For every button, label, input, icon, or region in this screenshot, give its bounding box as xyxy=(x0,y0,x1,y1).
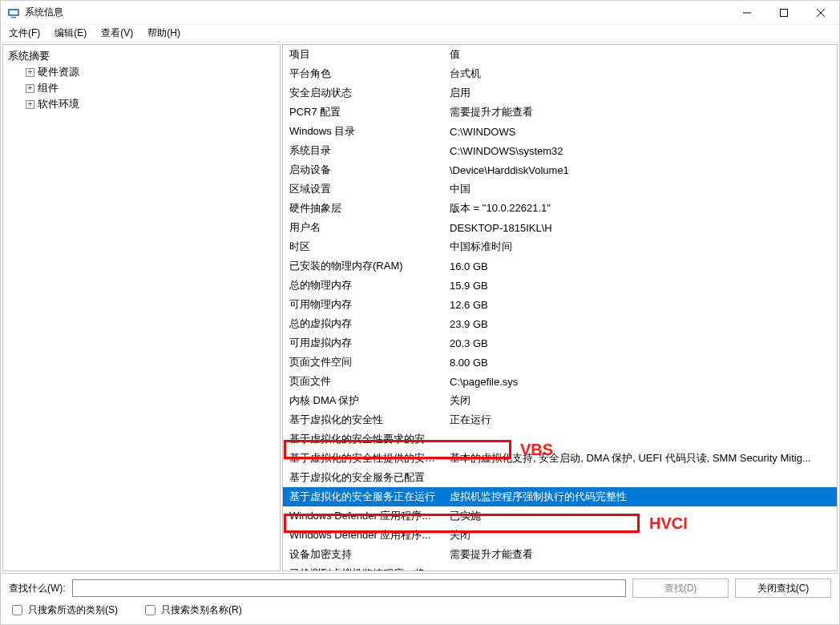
row-value: 8.00 GB xyxy=(443,353,837,372)
table-row[interactable]: 系统目录C:\WINDOWS\system32 xyxy=(283,141,837,160)
menubar: 文件(F) 编辑(E) 查看(V) 帮助(H) xyxy=(1,25,839,42)
tree-item[interactable]: +组件 xyxy=(8,80,275,96)
row-value: 16.0 GB xyxy=(443,256,837,276)
row-name: 用户名 xyxy=(283,218,443,237)
table-row[interactable]: 启动设备\Device\HarddiskVolume1 xyxy=(283,160,837,179)
checkbox-only-selected[interactable]: 只搜索所选的类别(S) xyxy=(9,603,118,618)
tree-root-item[interactable]: 系统摘要 xyxy=(8,48,275,64)
table-row[interactable]: 平台角色台式机 xyxy=(283,64,837,83)
row-name: 安全启动状态 xyxy=(283,83,443,103)
titlebar: 系统信息 xyxy=(1,1,839,25)
row-name: 基于虚拟化的安全性 xyxy=(283,410,443,429)
row-name: 基于虚拟化的安全性要求的安全... xyxy=(283,429,443,449)
row-name: 基于虚拟化的安全服务正在运行 xyxy=(283,487,443,506)
row-name: 可用物理内存 xyxy=(283,295,443,314)
table-row[interactable]: 区域设置中国 xyxy=(283,179,837,199)
table-row[interactable]: 硬件抽象层版本 = "10.0.22621.1" xyxy=(283,199,837,218)
tree-item-label: 硬件资源 xyxy=(38,65,79,79)
row-value xyxy=(443,564,837,571)
row-value: 需要提升才能查看 xyxy=(443,545,837,564)
table-row[interactable]: 基于虚拟化的安全性要求的安全... xyxy=(283,429,837,449)
row-value: 已实施 xyxy=(443,506,837,526)
table-row[interactable]: 可用虚拟内存20.3 GB xyxy=(283,333,837,353)
checkbox-only-selected-box[interactable] xyxy=(12,605,22,615)
expand-icon[interactable]: + xyxy=(26,100,34,109)
row-name: 区域设置 xyxy=(283,179,443,199)
find-button[interactable]: 查找(D) xyxy=(632,579,729,598)
table-row[interactable]: 页面文件C:\pagefile.sys xyxy=(283,372,837,391)
close-button[interactable] xyxy=(802,1,839,24)
row-name: PCR7 配置 xyxy=(283,103,443,122)
row-name: 已安装的物理内存(RAM) xyxy=(283,256,443,276)
row-value: 台式机 xyxy=(443,64,837,83)
row-value: \Device\HarddiskVolume1 xyxy=(443,160,837,179)
tree-item-label: 软件环境 xyxy=(38,97,79,111)
row-name: 总的虚拟内存 xyxy=(283,314,443,333)
table-row[interactable]: 基于虚拟化的安全性提供的安全...基本的虚拟化支持, 安全启动, DMA 保护,… xyxy=(283,449,837,468)
table-row[interactable]: 已检测到虚拟机监控程序。将不... xyxy=(283,564,837,571)
row-name: Windows 目录 xyxy=(283,122,443,141)
tree-item-label: 组件 xyxy=(38,81,59,95)
row-value: 12.6 GB xyxy=(443,295,837,314)
table-row[interactable]: 已安装的物理内存(RAM)16.0 GB xyxy=(283,256,837,276)
checkbox-only-names-box[interactable] xyxy=(145,605,155,615)
search-input[interactable] xyxy=(72,579,626,597)
table-row[interactable]: 基于虚拟化的安全服务已配置 xyxy=(283,468,837,487)
column-header-value[interactable]: 值 xyxy=(443,45,837,64)
table-row[interactable]: 总的虚拟内存23.9 GB xyxy=(283,314,837,333)
menu-view[interactable]: 查看(V) xyxy=(96,25,138,42)
details-pane[interactable]: 项目 值 平台角色台式机安全启动状态启用PCR7 配置需要提升才能查看Windo… xyxy=(282,44,838,571)
tree-pane[interactable]: 系统摘要 +硬件资源+组件+软件环境 xyxy=(2,44,281,571)
table-row[interactable]: 设备加密支持需要提升才能查看 xyxy=(283,545,837,564)
row-name: 内核 DMA 保护 xyxy=(283,391,443,410)
search-area: 查找什么(W): 查找(D) 关闭查找(C) 只搜索所选的类别(S) 只搜索类别… xyxy=(1,573,839,624)
table-row[interactable]: 时区中国标准时间 xyxy=(283,237,837,256)
row-value: 关闭 xyxy=(443,526,837,545)
window-title: 系统信息 xyxy=(25,6,729,19)
row-name: 硬件抽象层 xyxy=(283,199,443,218)
table-row[interactable]: 总的物理内存15.9 GB xyxy=(283,276,837,295)
details-table: 项目 值 平台角色台式机安全启动状态启用PCR7 配置需要提升才能查看Windo… xyxy=(283,45,837,571)
row-value: 虚拟机监控程序强制执行的代码完整性 xyxy=(443,487,837,506)
table-row[interactable]: 内核 DMA 保护关闭 xyxy=(283,391,837,410)
table-row[interactable]: 基于虚拟化的安全性正在运行 xyxy=(283,410,837,429)
row-value: C:\WINDOWS\system32 xyxy=(443,141,837,160)
table-row[interactable]: Windows 目录C:\WINDOWS xyxy=(283,122,837,141)
minimize-button[interactable] xyxy=(729,1,765,24)
checkbox-only-names-label: 只搜索类别名称(R) xyxy=(161,603,242,617)
search-label: 查找什么(W): xyxy=(9,582,66,595)
row-value: 正在运行 xyxy=(443,410,837,429)
tree-root-label: 系统摘要 xyxy=(8,49,50,63)
tree-item[interactable]: +软件环境 xyxy=(8,96,275,112)
table-row[interactable]: 页面文件空间8.00 GB xyxy=(283,353,837,372)
row-name: 基于虚拟化的安全性提供的安全... xyxy=(283,449,443,468)
menu-edit[interactable]: 编辑(E) xyxy=(50,25,91,42)
row-name: 启动设备 xyxy=(283,160,443,179)
table-row[interactable]: 用户名DESKTOP-1815IKL\H xyxy=(283,218,837,237)
row-value: 启用 xyxy=(443,83,837,103)
column-header-name[interactable]: 项目 xyxy=(283,45,443,64)
menu-file[interactable]: 文件(F) xyxy=(4,25,45,42)
expand-icon[interactable]: + xyxy=(26,84,34,93)
menu-help[interactable]: 帮助(H) xyxy=(143,25,185,42)
row-value: 需要提升才能查看 xyxy=(443,103,837,122)
table-row[interactable]: 可用物理内存12.6 GB xyxy=(283,295,837,314)
maximize-button[interactable] xyxy=(765,1,802,24)
row-name: Windows Defender 应用程序... xyxy=(283,506,443,526)
table-row[interactable]: 安全启动状态启用 xyxy=(283,83,837,103)
row-name: 已检测到虚拟机监控程序。将不... xyxy=(283,564,443,571)
close-find-button[interactable]: 关闭查找(C) xyxy=(735,579,831,598)
table-row[interactable]: Windows Defender 应用程序...关闭 xyxy=(283,526,837,545)
row-name: 系统目录 xyxy=(283,141,443,160)
table-row[interactable]: Windows Defender 应用程序...已实施 xyxy=(283,506,837,526)
row-value: 15.9 GB xyxy=(443,276,837,295)
table-row[interactable]: PCR7 配置需要提升才能查看 xyxy=(283,103,837,122)
row-name: 平台角色 xyxy=(283,64,443,83)
row-name: 页面文件 xyxy=(283,372,443,391)
tree-item[interactable]: +硬件资源 xyxy=(8,64,275,80)
table-row[interactable]: 基于虚拟化的安全服务正在运行虚拟机监控程序强制执行的代码完整性 xyxy=(283,487,837,506)
checkbox-only-names[interactable]: 只搜索类别名称(R) xyxy=(142,603,242,618)
expand-icon[interactable]: + xyxy=(26,68,34,77)
row-value: 中国 xyxy=(443,179,837,199)
row-name: 总的物理内存 xyxy=(283,276,443,295)
